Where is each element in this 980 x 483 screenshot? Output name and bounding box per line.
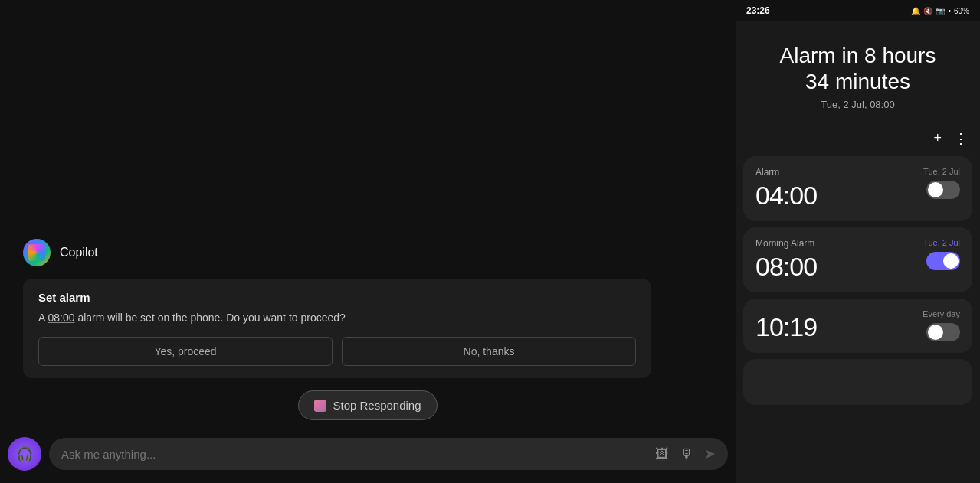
alarm-line1: Alarm in 8 hours <box>751 43 965 69</box>
input-icons: 🖼 🎙 ➤ <box>655 445 716 462</box>
message-body: A 08:00 alarm will be set on the phone. … <box>38 310 636 326</box>
alarm-time-display: 08:00 <box>755 252 817 282</box>
stop-icon <box>314 400 326 412</box>
alarm-left: 10:19 <box>755 309 817 342</box>
alarm-item: Alarm 04:00 Tue, 2 Jul <box>743 156 972 221</box>
photo-icon: 📷 <box>936 7 945 15</box>
copilot-panel: Copilot Set alarm A 08:00 alarm will be … <box>0 0 736 483</box>
alarm-item-top: Alarm 04:00 Tue, 2 Jul <box>755 167 960 210</box>
alarm-day-toggle: Every day <box>923 309 960 341</box>
stop-responding-wrapper: Stop Responding <box>23 390 713 420</box>
alarm-toggle[interactable] <box>926 323 960 341</box>
dot-icon: • <box>948 7 951 15</box>
more-options-button[interactable]: ⋮ <box>954 130 968 147</box>
alarm-list: Alarm 04:00 Tue, 2 Jul Morning Alarm 08:… <box>736 153 980 483</box>
alarm-item: Morning Alarm 08:00 Tue, 2 Jul <box>743 227 972 292</box>
chat-area: Copilot Set alarm A 08:00 alarm will be … <box>0 0 736 437</box>
alarm-day-label: Every day <box>923 309 960 318</box>
alarm-countdown-header: Alarm in 8 hours 34 minutes Tue, 2 Jul, … <box>736 21 980 124</box>
status-icons: 🔔 🔇 📷 • 60% <box>911 7 969 15</box>
image-upload-icon[interactable]: 🖼 <box>655 446 669 462</box>
action-buttons: Yes, proceed No, thanks <box>38 337 636 366</box>
avatar-icon: 🎧 <box>16 445 33 462</box>
alarm-day-label: Tue, 2 Jul <box>923 238 960 247</box>
alarm-panel: 23:26 🔔 🔇 📷 • 60% Alarm in 8 hours 34 mi… <box>736 0 980 483</box>
alarm-label: Morning Alarm <box>755 238 817 249</box>
alarm-time-display: 04:00 <box>755 181 817 210</box>
yes-proceed-button[interactable]: Yes, proceed <box>38 337 333 366</box>
notification-icon: 🔔 <box>911 7 920 15</box>
message-card: Set alarm A 08:00 alarm will be set on t… <box>23 279 651 378</box>
input-bar: 🖼 🎙 ➤ <box>49 438 728 470</box>
battery-text: 60% <box>954 7 969 15</box>
microphone-icon[interactable]: 🎙 <box>680 446 693 462</box>
alarm-toggle[interactable] <box>926 181 960 199</box>
alarm-line2: 34 minutes <box>751 69 965 95</box>
volume-icon: 🔇 <box>923 7 932 15</box>
alarm-left: Alarm 04:00 <box>755 167 817 210</box>
status-bar: 23:26 🔔 🔇 📷 • 60% <box>736 0 980 21</box>
copilot-name-label: Copilot <box>60 246 98 259</box>
chat-input[interactable] <box>61 448 647 461</box>
copilot-logo-icon <box>23 239 51 266</box>
message-title: Set alarm <box>38 291 636 304</box>
alarm-time-display: 10:19 <box>755 312 817 342</box>
status-time: 23:26 <box>746 5 770 16</box>
alarm-toggle[interactable] <box>926 252 960 270</box>
alarm-day-toggle: Tue, 2 Jul <box>923 167 960 199</box>
alarm-item-top: 10:19 Every day <box>755 309 960 342</box>
user-avatar: 🎧 <box>8 437 41 471</box>
alarm-time-highlight: 08:00 <box>48 312 74 324</box>
alarm-actions-bar: + ⋮ <box>736 124 980 153</box>
add-alarm-button[interactable]: + <box>933 130 942 147</box>
stop-responding-label: Stop Responding <box>333 399 421 412</box>
alarm-subtitle: Tue, 2 Jul, 08:00 <box>751 99 965 110</box>
alarm-big-text: Alarm in 8 hours 34 minutes <box>751 43 965 94</box>
alarm-item: 10:19 Every day <box>743 299 972 353</box>
stop-responding-button[interactable]: Stop Responding <box>298 390 437 420</box>
copilot-header: Copilot <box>23 239 713 266</box>
no-thanks-button[interactable]: No, thanks <box>342 337 636 366</box>
alarm-day-label: Tue, 2 Jul <box>923 167 960 176</box>
alarm-label: Alarm <box>755 167 817 178</box>
alarm-item-partial <box>743 359 972 405</box>
alarm-day-toggle: Tue, 2 Jul <box>923 238 960 270</box>
alarm-item-top: Morning Alarm 08:00 Tue, 2 Jul <box>755 238 960 282</box>
send-icon[interactable]: ➤ <box>704 445 716 462</box>
alarm-left: Morning Alarm 08:00 <box>755 238 817 282</box>
